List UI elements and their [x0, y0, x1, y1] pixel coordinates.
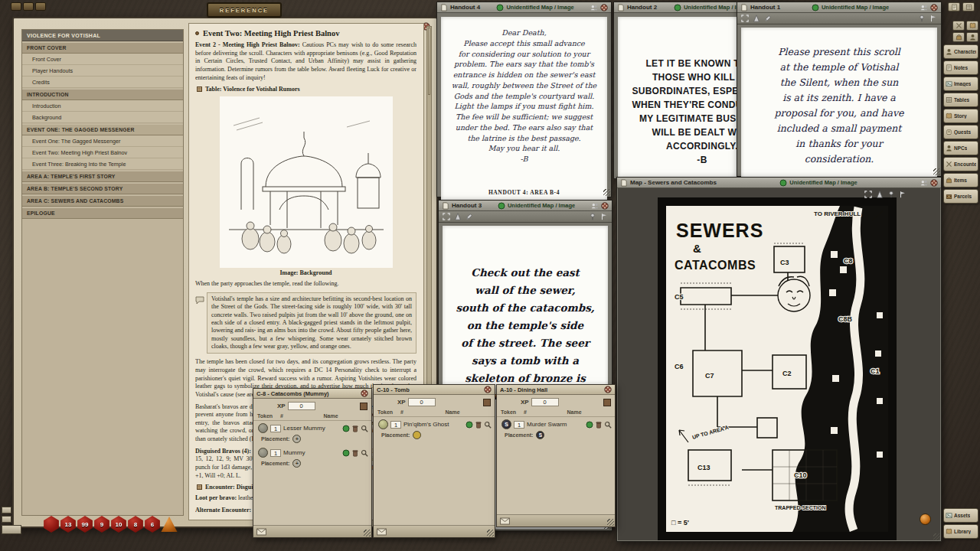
pin-icon[interactable]	[887, 191, 895, 198]
dock-button-1[interactable]	[2, 507, 11, 514]
die-d20[interactable]: 10	[110, 516, 127, 533]
toc-item[interactable]: Introduction	[22, 100, 183, 112]
window-control-button-3[interactable]	[35, 2, 46, 11]
sidebar-button-images[interactable]: Images	[943, 77, 978, 91]
resize-grip[interactable]	[364, 530, 371, 536]
sidebar-button-tables[interactable]: Tables	[943, 93, 978, 107]
npc-token[interactable]	[378, 419, 388, 429]
npc-link-icon[interactable]	[466, 421, 473, 429]
corner-button-2[interactable]	[962, 2, 975, 11]
delete-npc-icon[interactable]	[351, 425, 359, 432]
scrollbar-thumb[interactable]	[428, 28, 430, 95]
npc-link-icon[interactable]	[342, 449, 350, 457]
radial-menu-icon[interactable]	[930, 4, 938, 11]
players-visibility-icon[interactable]	[920, 179, 928, 187]
delete-npc-icon[interactable]	[475, 421, 482, 429]
npc-token[interactable]	[258, 448, 268, 458]
players-visibility-icon[interactable]	[590, 4, 598, 11]
id-button[interactable]	[603, 399, 611, 406]
table-link[interactable]: Table: Violence for Votishal Rumors	[197, 86, 416, 93]
toc-item[interactable]: Player Handouts	[22, 65, 183, 77]
toc-header[interactable]: AREA A: TEMPLE'S FIRST STORY	[22, 171, 183, 182]
sidebar-button-parcels[interactable]: Parcels	[943, 189, 978, 204]
window-titlebar[interactable]: C-10 - Tomb	[374, 385, 495, 395]
open-npc-icon[interactable]	[361, 425, 368, 432]
sidebar-button-story[interactable]: Story	[943, 109, 978, 123]
sidebar-button-items[interactable]: Items	[943, 173, 978, 187]
chat-modifier-box[interactable]	[2, 525, 21, 534]
open-npc-icon[interactable]	[361, 449, 368, 457]
toc-header[interactable]: AREA C: SEWERS AND CATACOMBS	[22, 195, 183, 207]
npc-count-input[interactable]: 1	[390, 421, 401, 429]
dock-button-2[interactable]	[2, 516, 11, 523]
share-button[interactable]	[500, 517, 510, 525]
resize-grip[interactable]	[607, 519, 614, 526]
window-titlebar[interactable]: C-8 - Catacombs (Mummy)	[253, 389, 371, 399]
toc-item[interactable]: Event Two: Meeting High Priest Balnov	[22, 147, 183, 158]
xp-input[interactable]: 0	[408, 398, 436, 406]
pin-icon[interactable]	[589, 213, 596, 220]
pointer-tool-icon[interactable]	[753, 15, 760, 22]
sidebar-button-encounters[interactable]: Encounters	[943, 157, 978, 171]
window-control-button-1[interactable]	[11, 2, 21, 11]
id-button[interactable]	[360, 403, 368, 410]
sidebar-button-characters[interactable]: Characters	[943, 44, 978, 59]
sidebar-button-library[interactable]: Library	[943, 524, 978, 539]
dice-selector-button[interactable]	[920, 514, 931, 525]
draw-tool-icon[interactable]	[466, 213, 473, 220]
toc-item[interactable]: Event One: The Gagged Messenger	[22, 135, 183, 147]
placement-token[interactable]: S	[536, 431, 544, 439]
sidebar-button-npcs[interactable]: NPCs	[943, 141, 978, 155]
radial-menu-icon[interactable]	[484, 386, 492, 393]
die-d20[interactable]	[43, 516, 60, 533]
share-button[interactable]	[377, 528, 387, 536]
die-d20[interactable]: 8	[127, 516, 144, 533]
share-button[interactable]	[256, 528, 266, 536]
map-content[interactable]: SEWERS & CATACOMBS TO RIVER HULL C3 C8 C…	[618, 188, 940, 540]
window-titlebar[interactable]: A-10 - Dining Hall	[497, 385, 615, 395]
window-titlebar[interactable]: Handout 3Unidentified Map / Image	[439, 201, 612, 211]
story-image[interactable]	[220, 96, 393, 268]
npc-count-input[interactable]: 1	[270, 449, 281, 457]
toc-header[interactable]: INTRODUCTION	[22, 89, 183, 100]
placement-token[interactable]: +	[292, 459, 301, 468]
window-titlebar[interactable]: Map - Sewers and CatacombsUnidentified M…	[617, 178, 941, 188]
window-titlebar[interactable]: Handout 1Unidentified Map / Image	[737, 2, 941, 13]
corner-button-1[interactable]	[948, 2, 960, 11]
pin-icon[interactable]	[918, 15, 926, 22]
toc-header[interactable]: FRONT COVER	[22, 42, 183, 54]
placement-token[interactable]	[413, 431, 421, 439]
die-d4[interactable]	[161, 516, 178, 533]
maximize-icon[interactable]	[864, 191, 872, 198]
shortcut-button-2[interactable]	[966, 21, 978, 31]
npc-count-input[interactable]: 1	[270, 425, 281, 432]
players-visibility-icon[interactable]	[920, 4, 928, 11]
shortcut-button-4[interactable]	[966, 32, 978, 42]
maximize-icon[interactable]	[443, 213, 450, 220]
window-titlebar[interactable]: Handout 4Unidentified Map / Image	[437, 2, 611, 13]
toc-item[interactable]: Credits	[22, 77, 183, 88]
delete-npc-icon[interactable]	[595, 421, 603, 429]
toc-header[interactable]: AREA B: TEMPLE'S SECOND STORY	[22, 183, 183, 194]
die-d20[interactable]: 99	[77, 516, 93, 533]
players-visibility-icon[interactable]	[591, 202, 599, 210]
resize-grip[interactable]	[603, 189, 610, 196]
radial-menu-icon[interactable]	[604, 386, 612, 393]
sidebar-button-notes[interactable]: Notes	[943, 60, 978, 75]
reference-nameplate[interactable]: REFERENCE	[207, 2, 282, 18]
window-control-button-2[interactable]	[23, 2, 34, 11]
radial-menu-icon[interactable]	[601, 202, 609, 210]
resize-grip[interactable]	[933, 168, 940, 175]
npc-link-icon[interactable]	[586, 421, 593, 429]
sidebar-button-assets[interactable]: Assets	[943, 508, 978, 523]
flag-icon[interactable]	[899, 191, 906, 198]
radial-menu-icon[interactable]	[930, 179, 938, 187]
xp-input[interactable]: 0	[288, 402, 315, 410]
flag-icon[interactable]	[600, 213, 608, 220]
pointer-tool-icon[interactable]	[876, 191, 884, 198]
shortcut-button-3[interactable]	[952, 32, 965, 42]
xp-input[interactable]: 0	[531, 398, 559, 406]
pointer-tool-icon[interactable]	[454, 213, 462, 220]
open-npc-icon[interactable]	[484, 421, 492, 429]
handout-paper[interactable]: Please present this scrollat the temple …	[741, 28, 937, 181]
